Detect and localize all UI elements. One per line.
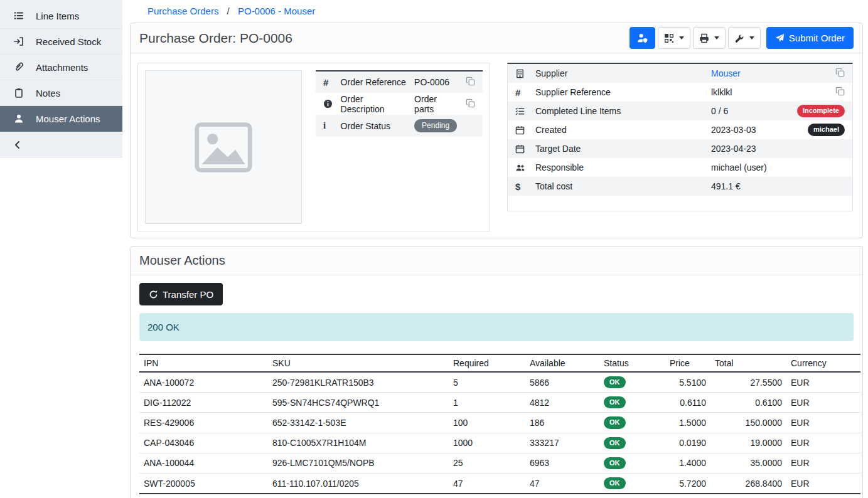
- print-dropdown-button[interactable]: [693, 27, 726, 49]
- detail-value: Order parts: [410, 93, 461, 115]
- sign-in-icon: [14, 36, 25, 46]
- user-icon: [14, 114, 25, 124]
- refresh-icon: [149, 290, 158, 299]
- cell-total: 35.0000: [710, 453, 786, 473]
- cell-ipn: ANA-100044: [139, 453, 268, 473]
- detail-value: 2023-03-03: [707, 120, 793, 139]
- sidebar-item-received-stock[interactable]: Received Stock: [0, 29, 122, 55]
- send-icon: [775, 33, 785, 43]
- cell-price: 0.0190: [665, 433, 710, 453]
- column-header-total: Total: [710, 354, 786, 372]
- cell-sku: 611-110.107.011/0205: [268, 473, 449, 494]
- order-details: # Order Reference PO-0006 Order Descript…: [131, 53, 862, 238]
- detail-value: 0 / 6: [707, 102, 793, 120]
- sidebar-collapse-button[interactable]: [0, 132, 122, 158]
- table-row: ANA-100072 250-72981KLRATR150B3 5 5866 O…: [139, 372, 860, 393]
- chevron-down-icon: [714, 36, 719, 40]
- cell-ipn: SWT-200005: [139, 473, 268, 494]
- cell-total: 19.0000: [710, 433, 786, 453]
- detail-label: Total cost: [532, 177, 707, 196]
- detail-row-supplier: Supplier Mouser: [508, 64, 852, 83]
- submit-order-button[interactable]: Submit Order: [766, 27, 854, 49]
- footer-total-label: Total: [139, 494, 268, 498]
- cell-available: 4812: [525, 393, 599, 413]
- page-header: Purchase Order: PO-0006: [131, 23, 862, 53]
- users-icon: [515, 163, 528, 172]
- copy-icon[interactable]: [466, 98, 475, 108]
- table-header-row: IPN SKU Required Available Status Price …: [139, 354, 860, 372]
- mouser-actions-body: Transfer PO 200 OK IPN SKU Required Avai…: [131, 275, 862, 498]
- sidebar-item-label: Attachments: [36, 62, 88, 73]
- cell-total: 0.6100: [710, 393, 786, 413]
- copy-icon[interactable]: [835, 68, 845, 77]
- cell-sku: 810-C1005X7R1H104M: [268, 433, 449, 453]
- transfer-po-label: Transfer PO: [163, 290, 213, 299]
- mouser-actions-header: Mouser Actions: [131, 246, 862, 275]
- incomplete-badge: Incomplete: [797, 105, 845, 117]
- sidebar-item-mouser-actions[interactable]: Mouser Actions: [0, 106, 122, 132]
- cell-currency: EUR: [786, 453, 860, 473]
- detail-label: Order Description: [337, 93, 411, 115]
- breadcrumb-link-purchase-orders[interactable]: Purchase Orders: [147, 6, 218, 16]
- printer-icon: [699, 33, 709, 43]
- detail-row-created: Created 2023-03-03 michael: [508, 120, 852, 139]
- image-icon: [193, 117, 254, 177]
- breadcrumb-link-current[interactable]: PO-0006 - Mouser: [238, 6, 315, 16]
- cell-currency: EUR: [786, 473, 860, 494]
- detail-row-completed-line-items: Completed Line Items 0 / 6 Incomplete: [508, 102, 852, 120]
- detail-value: lklklkl: [707, 83, 793, 102]
- sidebar-item-line-items[interactable]: Line Items: [0, 3, 122, 29]
- cell-sku: 652-3314Z-1-503E: [268, 413, 449, 433]
- cell-required: 1: [449, 393, 525, 413]
- paperclip-icon: [14, 62, 25, 72]
- detail-label: Target Date: [532, 139, 707, 158]
- cell-available: 47: [525, 473, 599, 494]
- detail-value: 2023-04-23: [707, 139, 793, 158]
- cell-available: 186: [525, 413, 599, 433]
- copy-icon[interactable]: [835, 87, 845, 96]
- sidebar-item-notes[interactable]: Notes: [0, 80, 122, 106]
- column-header-currency: Currency: [786, 354, 860, 372]
- column-header-ipn: IPN: [139, 354, 268, 372]
- breadcrumb: Purchase Orders / PO-0006 - Mouser: [122, 0, 868, 23]
- cell-total: 150.0000: [710, 413, 786, 433]
- qrcode-icon: [664, 33, 674, 43]
- detail-label: Supplier: [532, 64, 707, 83]
- order-image-placeholder[interactable]: [145, 70, 302, 224]
- cell-required: 5: [449, 372, 525, 393]
- detail-label: Responsible: [532, 158, 707, 177]
- dollar-icon: $: [515, 181, 520, 192]
- detail-row-total-cost: $ Total cost 491.1 €: [508, 177, 852, 196]
- table-footer-row: Total 501.0000: [139, 494, 860, 498]
- sidebar-item-label: Notes: [36, 88, 60, 98]
- detail-label: Supplier Reference: [532, 83, 707, 102]
- sidebar-item-label: Mouser Actions: [36, 114, 100, 124]
- main-content: Purchase Orders / PO-0006 - Mouser Purch…: [122, 0, 868, 498]
- supplier-link[interactable]: Mouser: [711, 68, 741, 78]
- detail-label: Order Reference: [337, 71, 411, 93]
- ok-badge: OK: [604, 416, 626, 428]
- column-header-status: Status: [599, 354, 665, 372]
- order-detail-table: # Order Reference PO-0006 Order Descript…: [316, 70, 483, 137]
- admin-button[interactable]: [630, 27, 655, 49]
- hash-icon: #: [515, 87, 520, 98]
- cell-ipn: CAP-043046: [139, 433, 268, 453]
- calendar-icon: [515, 144, 528, 154]
- cell-ipn: RES-429006: [139, 413, 268, 433]
- cell-total: 268.8400: [710, 473, 786, 494]
- cell-price: 0.6110: [665, 393, 710, 413]
- sidebar-item-attachments[interactable]: Attachments: [0, 55, 122, 80]
- table-row: ANA-100044 926-LMC7101QM5/NOPB 25 6963 O…: [139, 453, 860, 473]
- transfer-po-button[interactable]: Transfer PO: [139, 283, 223, 305]
- column-header-available: Available: [525, 354, 599, 372]
- cell-currency: EUR: [786, 372, 860, 393]
- barcode-dropdown-button[interactable]: [658, 27, 690, 49]
- copy-icon[interactable]: [466, 77, 475, 86]
- cell-currency: EUR: [786, 393, 860, 413]
- list-check-icon: [515, 107, 528, 116]
- tools-icon: [734, 33, 744, 43]
- ok-badge: OK: [604, 437, 626, 449]
- column-header-sku: SKU: [268, 354, 449, 372]
- status-badge: Pending: [414, 119, 457, 132]
- options-dropdown-button[interactable]: [728, 27, 761, 49]
